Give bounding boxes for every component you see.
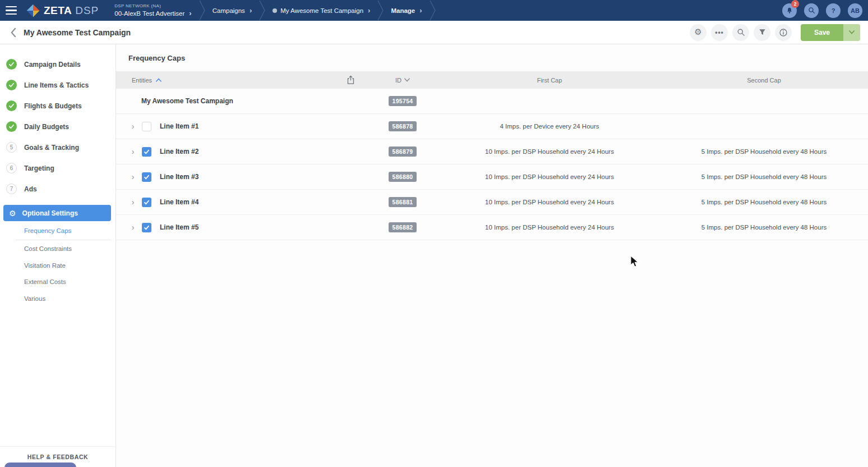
breadcrumb-item[interactable]: My Awesome Test Campaign›: [266, 0, 377, 21]
filter-button[interactable]: [754, 24, 770, 41]
bell-icon: [786, 7, 793, 15]
ellipsis-icon: •••: [715, 29, 724, 36]
row-checkbox[interactable]: [142, 147, 151, 157]
sidebar-item-goals-tracking[interactable]: 5Goals & Tracking: [0, 137, 116, 158]
help-feedback-link[interactable]: HELP & FEEDBACK: [27, 454, 89, 460]
global-search-button[interactable]: [804, 3, 819, 18]
check-circle-icon: [6, 59, 17, 70]
breadcrumb-item[interactable]: DSP NETWORK (NA)00-AlexB Test Advertiser…: [108, 0, 198, 21]
avatar[interactable]: AB: [848, 3, 862, 18]
breadcrumb-item[interactable]: Manage›: [384, 0, 428, 21]
column-header-id[interactable]: ID: [366, 77, 439, 84]
filter-funnel-icon: [758, 28, 767, 36]
sidebar-item-label: Ads: [24, 185, 37, 193]
entities-cell: My Awesome Test Campaign: [116, 97, 335, 105]
id-cell: 586878: [366, 121, 439, 131]
id-cell: 586879: [366, 146, 439, 157]
sidebar-item-optional-settings[interactable]: ⚙ Optional Settings: [3, 205, 111, 221]
sidebar-subitem-frequency-caps[interactable]: Frequency Caps: [0, 222, 116, 239]
gear-icon: ⚙: [9, 209, 16, 217]
section-heading: Frequency Caps: [116, 44, 868, 71]
id-cell: 586880: [366, 172, 439, 182]
expand-chevron-icon[interactable]: ›: [128, 147, 137, 156]
share-icon: [347, 75, 355, 85]
breadcrumb-separator-icon: [258, 0, 266, 21]
search-icon: [737, 28, 745, 36]
sidebar-subitem-visitation-rate[interactable]: Visitation Rate: [0, 257, 116, 274]
second-cap-header-label: Second Cap: [747, 77, 781, 84]
expand-chevron-icon[interactable]: ›: [128, 172, 137, 181]
sidebar-item-label: Daily Budgets: [24, 123, 69, 131]
first-cap-value: 10 Imps. per DSP Household every 24 Hour…: [439, 224, 660, 231]
save-split-button: Save: [801, 24, 860, 41]
table-row[interactable]: ›Line Item #258687910 Imps. per DSP Hous…: [116, 139, 868, 164]
id-cell: 586881: [366, 197, 439, 207]
column-header-first-cap[interactable]: First Cap: [439, 77, 660, 84]
column-header-second-cap[interactable]: Second Cap: [660, 77, 868, 84]
second-cap-value: 5 Imps. per DSP Household every 48 Hours: [660, 173, 868, 180]
sidebar-item-ads[interactable]: 7Ads: [0, 178, 116, 199]
table-row[interactable]: ›Line Item #458688110 Imps. per DSP Hous…: [116, 190, 868, 215]
first-cap-value: 10 Imps. per DSP Household every 24 Hour…: [439, 148, 660, 155]
check-circle-icon: [6, 121, 17, 132]
chat-widget-pill[interactable]: [4, 463, 76, 467]
sidebar-subitem-cost-constraints[interactable]: Cost Constraints: [0, 241, 116, 258]
sidebar-item-line-items-tactics[interactable]: Line Items & Tactics: [0, 75, 116, 95]
chevron-right-icon: ›: [250, 6, 252, 15]
sidebar-item-targeting[interactable]: 6Targeting: [0, 158, 116, 178]
notification-badge: 2: [791, 0, 799, 8]
more-options-button[interactable]: •••: [711, 24, 728, 41]
expand-chevron-icon[interactable]: ›: [128, 223, 137, 232]
table-row[interactable]: ›Line Item #558688210 Imps. per DSP Hous…: [116, 215, 868, 240]
sidebar-subitem-external-costs[interactable]: External Costs: [0, 274, 116, 291]
avatar-initials: AB: [851, 7, 860, 14]
info-button[interactable]: [775, 24, 792, 41]
frequency-caps-panel: Frequency Caps Entities ID First Cap Sec…: [116, 44, 868, 467]
row-checkbox[interactable]: [142, 172, 151, 182]
save-button[interactable]: Save: [801, 24, 843, 41]
id-badge: 586882: [389, 222, 417, 232]
search-button[interactable]: [732, 24, 749, 41]
sidebar-item-label: Line Items & Tactics: [24, 81, 89, 89]
breadcrumb-label: Campaigns: [213, 7, 245, 14]
sidebar-item-campaign-details[interactable]: Campaign Details: [0, 54, 116, 75]
expand-chevron-icon[interactable]: ›: [128, 198, 137, 207]
column-header-share[interactable]: [335, 75, 366, 85]
settings-button[interactable]: ⚙: [690, 24, 707, 41]
table-row[interactable]: ›Line Item #358688010 Imps. per DSP Hous…: [116, 164, 868, 190]
back-button[interactable]: [4, 24, 21, 41]
table-row[interactable]: My Awesome Test Campaign195754: [116, 89, 868, 114]
save-dropdown-button[interactable]: [843, 24, 860, 41]
breadcrumb-label-row: Manage›: [391, 6, 422, 15]
second-cap-value: 5 Imps. per DSP Household every 48 Hours: [660, 199, 868, 205]
entities-cell: ›Line Item #5: [116, 223, 335, 232]
chevron-right-icon: ›: [368, 6, 370, 15]
first-cap-value: 4 Imps. per Device every 24 Hours: [439, 123, 660, 130]
help-button[interactable]: ?: [826, 3, 841, 18]
notifications-button[interactable]: 2: [782, 3, 797, 18]
expand-chevron-icon[interactable]: ›: [128, 122, 137, 131]
top-nav-bar: ZETA DSP DSP NETWORK (NA)00-AlexB Test A…: [0, 0, 868, 21]
table-row[interactable]: ›Line Item #15868784 Imps. per Device ev…: [116, 114, 868, 139]
check-circle-icon: [6, 80, 17, 90]
sidebar-item-flights-budgets[interactable]: Flights & Budgets: [0, 95, 116, 116]
search-icon: [808, 7, 815, 14]
step-number-icon: 6: [6, 163, 17, 173]
id-header-label: ID: [395, 77, 401, 84]
breadcrumb-item[interactable]: Campaigns›: [206, 0, 259, 21]
hamburger-menu-icon[interactable]: [0, 0, 21, 21]
column-header-entities[interactable]: Entities: [116, 77, 335, 84]
id-badge: 586881: [389, 197, 417, 207]
row-checkbox[interactable]: [142, 122, 151, 131]
breadcrumb-label-row: Campaigns›: [213, 6, 252, 15]
row-checkbox[interactable]: [142, 198, 151, 207]
chevron-right-icon: ›: [189, 9, 191, 17]
sidebar-item-daily-budgets[interactable]: Daily Budgets: [0, 116, 116, 137]
breadcrumb-separator-icon: [429, 0, 436, 21]
id-cell: 195754: [366, 96, 439, 106]
row-name-label: Line Item #5: [160, 223, 198, 231]
question-icon: ?: [832, 7, 835, 14]
sidebar-subitem-various[interactable]: Various: [0, 290, 116, 307]
zeta-dsp-logo[interactable]: ZETA DSP: [21, 3, 108, 18]
row-checkbox[interactable]: [142, 223, 151, 232]
